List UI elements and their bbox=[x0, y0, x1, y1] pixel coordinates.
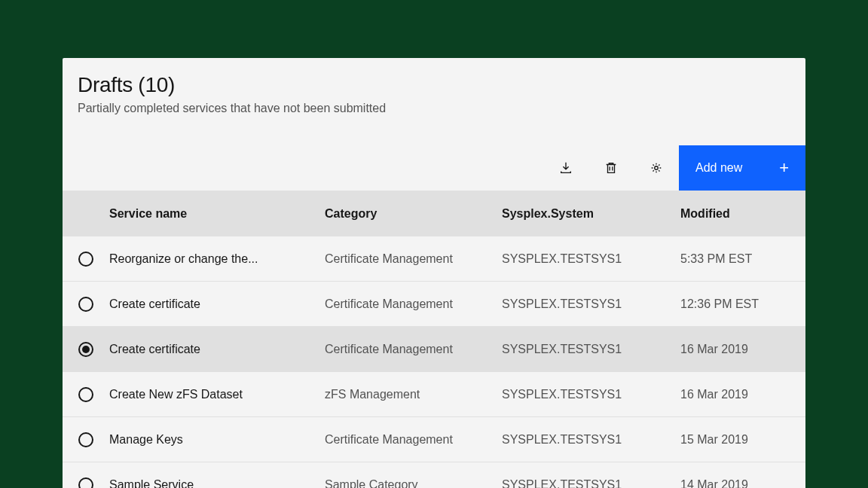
cell-service-name: Manage Keys bbox=[109, 433, 325, 447]
cell-category: zFS Management bbox=[325, 388, 502, 401]
row-radio[interactable] bbox=[78, 477, 93, 488]
cell-service-name: Create certificate bbox=[109, 343, 325, 356]
radio-cell bbox=[63, 342, 109, 357]
radio-cell bbox=[63, 297, 109, 312]
cell-sysplex-system: SYSPLEX.TESTSYS1 bbox=[502, 478, 680, 488]
row-radio[interactable] bbox=[78, 387, 93, 402]
cell-modified: 16 Mar 2019 bbox=[680, 343, 805, 356]
add-new-label: Add new bbox=[695, 161, 742, 175]
cell-modified: 14 Mar 2019 bbox=[680, 478, 805, 488]
delete-button[interactable] bbox=[588, 145, 634, 191]
cell-sysplex-system: SYSPLEX.TESTSYS1 bbox=[502, 252, 680, 266]
add-new-button[interactable]: Add new + bbox=[679, 145, 805, 191]
table-row[interactable]: Reorganize or change the... Certificate … bbox=[63, 236, 805, 282]
row-radio[interactable] bbox=[78, 342, 93, 357]
cell-category: Certificate Management bbox=[325, 343, 502, 356]
table-row[interactable]: Manage Keys Certificate Management SYSPL… bbox=[63, 417, 805, 462]
cell-sysplex-system: SYSPLEX.TESTSYS1 bbox=[502, 433, 680, 447]
column-header-service-name[interactable]: Service name bbox=[109, 207, 325, 221]
table-row[interactable]: Create certificate Certificate Managemen… bbox=[63, 282, 805, 327]
radio-cell bbox=[63, 387, 109, 402]
cell-category: Certificate Management bbox=[325, 252, 502, 266]
cell-modified: 16 Mar 2019 bbox=[680, 388, 805, 401]
page-title: Drafts (10) bbox=[78, 73, 790, 97]
row-radio[interactable] bbox=[78, 432, 93, 447]
page-subtitle: Partially completed services that have n… bbox=[78, 102, 790, 115]
cell-category: Certificate Management bbox=[325, 433, 502, 447]
gear-icon bbox=[649, 161, 663, 175]
drafts-panel: Drafts (10) Partially completed services… bbox=[63, 58, 805, 488]
cell-category: Sample Category bbox=[325, 478, 502, 488]
trash-icon bbox=[604, 161, 618, 175]
row-radio[interactable] bbox=[78, 297, 93, 312]
settings-button[interactable] bbox=[634, 145, 679, 191]
plus-icon: + bbox=[779, 158, 789, 178]
column-header-sysplex-system[interactable]: Sysplex.System bbox=[502, 207, 680, 221]
radio-cell bbox=[63, 432, 109, 447]
toolbar: Add new + bbox=[63, 145, 805, 191]
table-row[interactable]: Sample Service Sample Category SYSPLEX.T… bbox=[63, 462, 805, 488]
radio-cell bbox=[63, 252, 109, 267]
column-header-modified[interactable]: Modified bbox=[680, 207, 805, 221]
panel-header: Drafts (10) Partially completed services… bbox=[63, 58, 805, 145]
table-row[interactable]: Create New zFS Dataset zFS Management SY… bbox=[63, 372, 805, 417]
column-header-category[interactable]: Category bbox=[325, 207, 502, 221]
cell-service-name: Create certificate bbox=[109, 297, 325, 311]
svg-point-0 bbox=[655, 166, 659, 170]
cell-service-name: Create New zFS Dataset bbox=[109, 388, 325, 401]
cell-modified: 15 Mar 2019 bbox=[680, 433, 805, 447]
row-radio[interactable] bbox=[78, 252, 93, 267]
cell-service-name: Sample Service bbox=[109, 478, 325, 488]
download-button[interactable] bbox=[543, 145, 588, 191]
cell-modified: 12:36 PM EST bbox=[680, 297, 805, 311]
cell-service-name: Reorganize or change the... bbox=[109, 252, 325, 266]
cell-category: Certificate Management bbox=[325, 297, 502, 311]
table-row[interactable]: Create certificate Certificate Managemen… bbox=[63, 327, 805, 372]
cell-sysplex-system: SYSPLEX.TESTSYS1 bbox=[502, 297, 680, 311]
radio-cell bbox=[63, 477, 109, 488]
cell-sysplex-system: SYSPLEX.TESTSYS1 bbox=[502, 343, 680, 356]
table-header-row: Service name Category Sysplex.System Mod… bbox=[63, 191, 805, 236]
table-body: Reorganize or change the... Certificate … bbox=[63, 236, 805, 488]
cell-modified: 5:33 PM EST bbox=[680, 252, 805, 266]
cell-sysplex-system: SYSPLEX.TESTSYS1 bbox=[502, 388, 680, 401]
download-icon bbox=[559, 161, 573, 175]
